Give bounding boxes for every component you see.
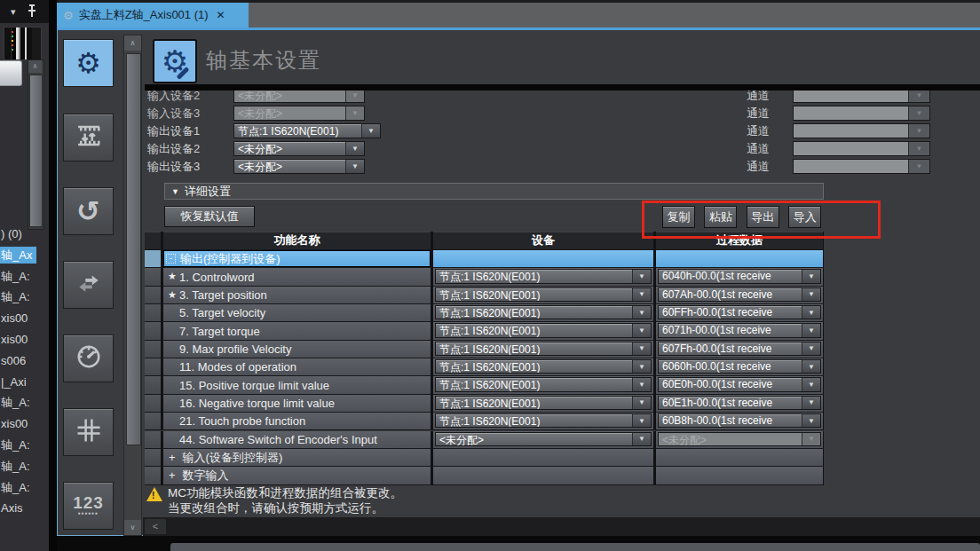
process-data-dropdown[interactable]: 60B8h-00.0(1st receive▼	[658, 413, 821, 428]
tree-item[interactable]: Axis	[0, 498, 48, 519]
process-data-dropdown[interactable]: 6060h-00.0(1st receive▼	[658, 359, 821, 374]
device-dropdown[interactable]: 节点:1 IS620N(E001)▼	[435, 359, 652, 374]
table-row[interactable]: 5. Target velocity节点:1 IS620N(E001)▼60FF…	[145, 304, 824, 322]
table-row[interactable]: 16. Negative torque limit value节点:1 IS62…	[145, 395, 824, 413]
tree-item[interactable]: xis00	[0, 329, 48, 350]
device-dropdown[interactable]: 节点:1 IS620N(E001)▼	[435, 342, 652, 356]
channel-select[interactable]: ▼	[793, 141, 930, 156]
function-name-cell[interactable]: 15. Positive torque limit value	[163, 376, 433, 394]
device-select[interactable]: 节点:1 IS620N(E001)▼	[233, 123, 381, 138]
function-name-cell[interactable]: 16. Negative torque limit value	[163, 395, 433, 413]
group-collapsed-icon[interactable]: +	[169, 451, 176, 464]
group-expanded-icon[interactable]: -	[166, 254, 176, 264]
group-collapsed-icon[interactable]: +	[169, 468, 176, 482]
function-name-cell[interactable]: 44. Software Switch of Encoder's Input	[163, 431, 433, 449]
tree-item[interactable]: 轴_A:	[0, 392, 48, 413]
function-name-cell[interactable]: ★3. Target position	[163, 287, 433, 304]
tree-item[interactable]: xis00	[0, 413, 48, 435]
device-dropdown[interactable]: 节点:1 IS620N(E001)▼	[435, 323, 652, 337]
function-name-cell[interactable]: 11. Modes of operation	[163, 358, 433, 376]
device-dropdown[interactable]: 节点:1 IS620N(E001)▼	[435, 269, 652, 283]
editor-vscrollbar-thumb[interactable]	[126, 53, 141, 445]
restore-defaults-button[interactable]: 恢复默认值	[164, 206, 255, 227]
tree-item[interactable]: 轴_A:	[0, 435, 48, 456]
function-name-cell[interactable]: +数字输入	[163, 467, 433, 484]
sidebar-item-operation-settings[interactable]: ↺	[63, 187, 114, 235]
vscroll-up-icon[interactable]: ∧	[124, 35, 141, 51]
device-dropdown[interactable]: 节点:1 IS620N(E001)▼	[435, 287, 652, 302]
tree-item[interactable]: 轴_A:	[0, 477, 48, 499]
process-data-dropdown[interactable]: 60E0h-00.0(1st receive▼	[658, 377, 821, 391]
table-row[interactable]: ★3. Target position节点:1 IS620N(E001)▼607…	[145, 287, 824, 304]
row-header-cell[interactable]	[145, 358, 163, 376]
tree-item[interactable]: |_Axi	[0, 372, 48, 393]
dock-scrollbar-thumb[interactable]	[29, 75, 43, 227]
dock-button-partial[interactable]	[0, 60, 22, 86]
dock-collapse-icon[interactable]: ▾	[11, 6, 16, 18]
device-select[interactable]: <未分配>▼	[233, 141, 365, 156]
process-data-dropdown[interactable]: 60FFh-00.0(1st receive▼	[658, 305, 821, 319]
process-data-dropdown[interactable]: 6071h-00.0(1st receive▼	[658, 323, 821, 337]
sidebar-item-limit-settings[interactable]	[63, 335, 114, 382]
channel-select[interactable]: ▼	[793, 123, 930, 138]
channel-select[interactable]: ▼	[793, 159, 930, 174]
function-name-cell[interactable]: +输入(设备到控制器)	[163, 449, 433, 467]
device-dropdown[interactable]: 节点:1 IS620N(E001)▼	[435, 305, 652, 319]
row-header-cell[interactable]	[145, 304, 163, 322]
table-row[interactable]: 15. Positive torque limit value节点:1 IS62…	[145, 376, 824, 394]
device-select[interactable]: <未分配>▼	[233, 106, 365, 121]
table-group-row[interactable]: +输入(设备到控制器)	[145, 449, 824, 467]
channel-select[interactable]: ▼	[793, 106, 930, 121]
row-header-cell[interactable]	[145, 449, 163, 467]
row-header-cell[interactable]	[145, 341, 163, 358]
device-dropdown[interactable]: 节点:1 IS620N(E001)▼	[435, 413, 652, 428]
device-dropdown[interactable]: <未分配>▼	[435, 432, 652, 446]
process-data-dropdown[interactable]: 6040h-00.0(1st receive▼	[658, 269, 821, 283]
tab-close-icon[interactable]: ✕	[217, 9, 225, 21]
hscroll-left-icon[interactable]: <	[145, 519, 166, 534]
tree-item[interactable]: ) (0)	[0, 224, 48, 245]
tree-item[interactable]: 轴_A:	[0, 287, 48, 308]
table-row[interactable]: 21. Touch probe function节点:1 IS620N(E001…	[145, 413, 824, 430]
table-group-row[interactable]: +数字输入	[145, 467, 824, 484]
sidebar-item-axis-basic-settings[interactable]: ⚙	[63, 39, 114, 87]
editor-hscrollbar-track[interactable]	[143, 517, 980, 536]
vscroll-down-icon[interactable]: ∨	[124, 520, 141, 535]
dock-divider[interactable]	[49, 0, 57, 551]
dock-scrollbar-up-icon[interactable]: ∧	[28, 60, 42, 73]
table-row[interactable]: 9. Max profile Velocity节点:1 IS620N(E001)…	[145, 341, 824, 358]
tree-item[interactable]: xis00	[0, 308, 48, 329]
sidebar-item-homing-settings[interactable]	[63, 408, 114, 456]
row-header-cell[interactable]	[145, 322, 163, 340]
table-row[interactable]: 44. Software Switch of Encoder's Input<未…	[145, 431, 824, 449]
row-header-cell[interactable]	[145, 395, 163, 413]
process-data-dropdown[interactable]: <未分配>▼	[658, 432, 821, 446]
sidebar-item-unit-conversion-settings[interactable]	[63, 114, 114, 161]
tree-item[interactable]: 轴_A:	[0, 456, 48, 477]
row-header-cell[interactable]	[145, 268, 163, 286]
row-header-cell[interactable]	[145, 431, 163, 449]
sidebar-item-position-count-settings[interactable]: 123▪▪▪▪▪▪	[63, 482, 114, 530]
table-row[interactable]: 11. Modes of operation节点:1 IS620N(E001)▼…	[145, 358, 824, 376]
tree-item-selected[interactable]: 轴_Ax	[0, 247, 36, 264]
table-row[interactable]: ★1. Controlword节点:1 IS620N(E001)▼6040h-0…	[145, 268, 824, 286]
detail-settings-header[interactable]: ▼ 详细设置	[164, 183, 824, 200]
tab-axis001[interactable]: ⚙ 实盘上料Z轴_Axis001 (1) ✕	[57, 3, 249, 28]
row-header-cell[interactable]	[145, 413, 163, 430]
process-data-dropdown[interactable]: 607Fh-00.0(1st receive▼	[658, 342, 821, 356]
tree-item[interactable]: 轴_A:	[0, 266, 48, 287]
function-name-cell[interactable]: 5. Target velocity	[163, 304, 433, 322]
function-name-cell[interactable]: 9. Max profile Velocity	[163, 341, 433, 358]
tree-item[interactable]: s006	[0, 350, 48, 372]
table-group-row[interactable]: -输出(控制器到设备)	[145, 250, 824, 268]
row-header-cell[interactable]	[145, 287, 163, 304]
sidebar-item-other-operation-settings[interactable]	[63, 261, 114, 309]
row-header-cell[interactable]	[145, 250, 163, 268]
device-dropdown[interactable]: 节点:1 IS620N(E001)▼	[435, 396, 652, 410]
device-dropdown[interactable]: 节点:1 IS620N(E001)▼	[435, 377, 652, 391]
function-name-cell[interactable]: 21. Touch probe function	[163, 413, 433, 430]
pin-icon[interactable]	[26, 4, 38, 19]
function-name-cell[interactable]: -输出(控制器到设备)	[163, 250, 433, 268]
process-data-dropdown[interactable]: 607Ah-00.0(1st receive▼	[658, 287, 821, 302]
function-name-cell[interactable]: 7. Target torque	[163, 322, 433, 340]
